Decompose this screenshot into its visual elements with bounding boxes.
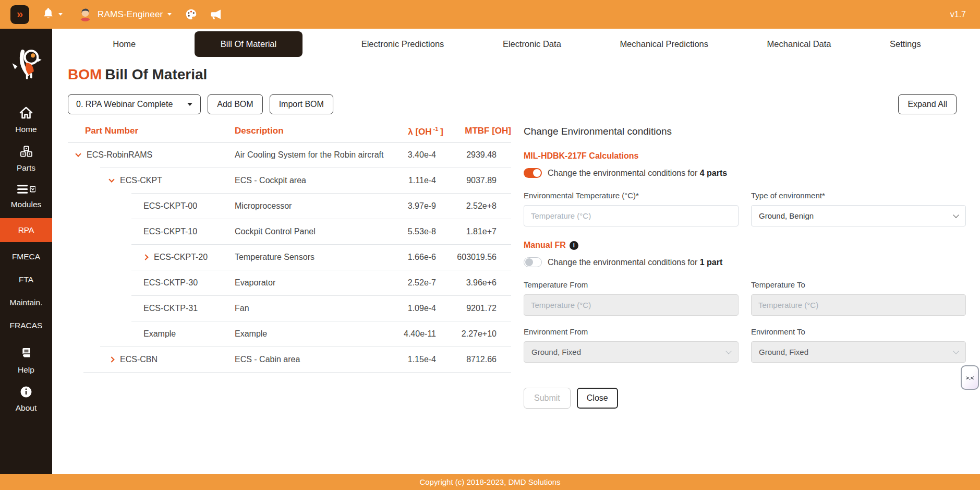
manual-fr-toggle[interactable] — [524, 257, 542, 267]
sidebar: Home Parts Modules RPA FMECA FTA Maintai… — [0, 29, 52, 474]
chevron-down-icon — [953, 348, 959, 354]
topbar: » RAMS-Engineer v1.7 — [0, 0, 980, 29]
sidebar-item-fta[interactable]: FTA — [0, 268, 52, 291]
temperature-to-field: Temperature To — [751, 280, 966, 316]
extension-widget[interactable]: >.< — [961, 365, 979, 390]
chevron-down-icon[interactable] — [167, 13, 172, 16]
table-header-row: Part Number Description λ [OH-1] MTBF [O… — [68, 126, 511, 142]
type-of-environment-label: Type of environment* — [751, 191, 966, 200]
notifications-menu[interactable] — [43, 7, 63, 21]
sidebar-item-label: Parts — [17, 163, 35, 173]
mil-hdbk-heading: MIL-HDBK-217F Calculations — [524, 151, 966, 161]
temperature-from-label: Temperature From — [524, 280, 739, 289]
column-header-lambda[interactable]: λ [OH-1] — [391, 126, 443, 137]
chevron-right-icon[interactable] — [108, 356, 114, 362]
column-header-description[interactable]: Description — [235, 126, 391, 137]
manual-fr-toggle-row: Change the environmental conditions for … — [524, 257, 966, 267]
sidebar-item-fracas[interactable]: FRACAS — [0, 314, 52, 337]
environmental-temperature-input[interactable] — [524, 205, 739, 226]
sidebar-item-label: About — [16, 403, 37, 413]
chevron-down-icon — [725, 348, 731, 354]
add-bom-button[interactable]: Add BOM — [208, 94, 262, 114]
table-row[interactable]: ECS-CKTP-31 Fan 1.09e-4 9201.72 — [68, 296, 511, 321]
sidebar-item-about[interactable]: About — [0, 380, 52, 419]
sidebar-item-rpa[interactable]: RPA — [0, 218, 52, 242]
table-row[interactable]: ECS-CKPT-00 Microprocessor 3.97e-9 2.52e… — [68, 194, 511, 219]
type-of-environment-select[interactable]: Ground, Benign — [751, 205, 966, 226]
table-row[interactable]: ECS-CBN ECS - Cabin area 1.15e-4 8712.66 — [68, 347, 511, 373]
table-row[interactable]: Example Example 4.40e-11 2.27e+10 — [68, 321, 511, 347]
column-header-mtbf[interactable]: MTBF [OH] — [443, 126, 511, 137]
mil-hdbk-toggle[interactable] — [524, 168, 542, 178]
table-row[interactable]: ECS-CKPT-10 Cockpit Control Panel 5.53e-… — [68, 219, 511, 245]
sidebar-item-modules[interactable]: Modules — [0, 178, 52, 215]
close-button[interactable]: Close — [577, 388, 618, 409]
book-icon — [20, 347, 32, 362]
environmental-temperature-field: Environmental Temperature (°C)* — [524, 191, 739, 226]
footer: Copyright (c) 2018-2023, DMD Solutions — [0, 474, 980, 490]
tab-bill-of-material[interactable]: Bill Of Material — [195, 31, 303, 57]
info-icon — [20, 386, 32, 400]
environment-from-field: Environment From Ground, Fixed — [524, 327, 739, 363]
bom-selector-dropdown[interactable]: 0. RPA Webinar Complete — [68, 94, 201, 114]
modules-menu-icon — [17, 184, 35, 196]
sidebar-item-label: Home — [15, 125, 37, 134]
sidebar-item-home[interactable]: Home — [0, 101, 52, 140]
sidebar-item-maintain[interactable]: Maintain. — [0, 291, 52, 314]
bom-toolbar: 0. RPA Webinar Complete Add BOM Import B… — [68, 94, 966, 114]
environment-to-field: Environment To Ground, Fixed — [751, 327, 966, 363]
import-bom-button[interactable]: Import BOM — [270, 94, 333, 114]
sidebar-collapse-button[interactable]: » — [10, 5, 29, 24]
sidebar-item-label: FMECA — [12, 252, 40, 261]
avatar[interactable] — [78, 7, 92, 21]
temperature-from-input — [524, 294, 739, 316]
sidebar-item-label: FRACAS — [10, 321, 43, 330]
submit-button: Submit — [524, 388, 571, 409]
sidebar-item-label: Help — [18, 365, 34, 375]
main-content: Home Bill Of Material Electronic Predict… — [52, 29, 980, 474]
chevron-right-icon[interactable] — [142, 254, 148, 260]
tab-settings[interactable]: Settings — [890, 39, 921, 49]
temperature-to-label: Temperature To — [751, 280, 966, 289]
tab-mechanical-data[interactable]: Mechanical Data — [767, 39, 831, 49]
chevron-down-icon[interactable] — [75, 151, 81, 157]
chevron-down-icon — [58, 13, 63, 16]
chevron-down-icon[interactable] — [108, 176, 114, 182]
bell-icon — [43, 7, 54, 21]
tab-electronic-predictions[interactable]: Electronic Predictions — [361, 39, 444, 49]
tab-home[interactable]: Home — [113, 39, 136, 49]
announcements-megaphone-icon[interactable] — [209, 9, 222, 20]
module-tabs: Home Bill Of Material Electronic Predict… — [68, 29, 966, 59]
sidebar-item-parts[interactable]: Parts — [0, 140, 52, 178]
manual-fr-heading: Manual FR i — [524, 241, 966, 250]
table-row[interactable]: ECS-RobinRAMS Air Cooling System for the… — [68, 142, 511, 168]
environmental-temperature-label: Environmental Temperature (°C)* — [524, 191, 739, 200]
sidebar-item-label: RPA — [18, 225, 34, 235]
chevron-down-icon — [953, 212, 959, 218]
table-row[interactable]: ECS-CKPT-20 Temperature Sensors 1.66e-6 … — [68, 245, 511, 270]
environment-to-label: Environment To — [751, 327, 966, 336]
cubes-icon — [19, 146, 33, 160]
type-of-environment-field: Type of environment* Ground, Benign — [751, 191, 966, 226]
theme-palette-icon[interactable] — [185, 8, 197, 20]
environment-to-select: Ground, Fixed — [751, 341, 966, 363]
bom-table: Part Number Description λ [OH-1] MTBF [O… — [68, 126, 511, 373]
sidebar-item-fmeca[interactable]: FMECA — [0, 245, 52, 268]
app-version: v1.7 — [950, 10, 966, 19]
expand-all-button[interactable]: Expand All — [898, 94, 957, 114]
mil-hdbk-toggle-row: Change the environmental conditions for … — [524, 168, 966, 178]
sidebar-item-help[interactable]: Help — [0, 341, 52, 380]
environment-from-select: Ground, Fixed — [524, 341, 739, 363]
sidebar-nav: Home Parts Modules RPA FMECA FTA Maintai… — [0, 101, 52, 419]
tab-mechanical-predictions[interactable]: Mechanical Predictions — [620, 39, 708, 49]
user-name[interactable]: RAMS-Engineer — [98, 9, 163, 20]
table-row[interactable]: ECS-CKTP-30 Evaporator 2.52e-7 3.96e+6 — [68, 270, 511, 296]
chevron-down-icon — [187, 103, 192, 106]
page-title: BOMBill Of Material — [68, 66, 966, 83]
table-row[interactable]: ECS-CKPT ECS - Cockpit area 1.11e-4 9037… — [68, 168, 511, 194]
column-header-part-number[interactable]: Part Number — [68, 126, 235, 137]
info-icon[interactable]: i — [570, 241, 578, 250]
copyright-text: Copyright (c) 2018-2023, DMD Solutions — [419, 477, 560, 486]
panel-title: Change Environmental conditions — [524, 126, 966, 137]
tab-electronic-data[interactable]: Electronic Data — [503, 39, 561, 49]
